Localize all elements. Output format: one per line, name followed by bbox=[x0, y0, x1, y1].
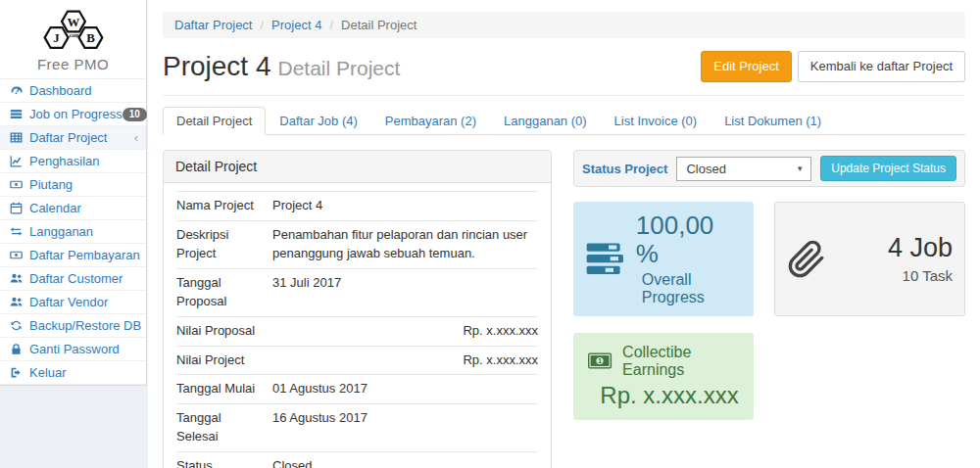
caret-down-icon: ▼ bbox=[796, 164, 804, 173]
detail-row-deskripsi-project: Deskripsi Project Penambahan fitur pelap… bbox=[176, 221, 538, 269]
sidebar-item-backup-restore-db[interactable]: Backup/Restore DB bbox=[0, 314, 146, 338]
tab-content: Detail Project Nama Project Project 4 De… bbox=[163, 150, 965, 468]
sidebar-item-penghasilan[interactable]: Penghasilan bbox=[0, 150, 146, 173]
stats-grid: 100,00 % Overall Progress 4 Job 10 Task bbox=[573, 202, 965, 419]
jobs-value: 4 Job bbox=[888, 234, 953, 263]
detail-column: Detail Project Nama Project Project 4 De… bbox=[163, 150, 552, 468]
detail-row-tanggal-proposal: Tanggal Proposal 31 Juli 2017 bbox=[176, 268, 538, 316]
tab-bar: Detail Project Daftar Job (4) Pembayaran… bbox=[163, 107, 965, 135]
tasks-icon bbox=[10, 108, 24, 120]
detail-row-nilai-project: Nilai Project Rp. x.xxx.xxx bbox=[176, 346, 538, 375]
detail-row-tanggal-selesai: Tanggal Selesai 16 Agustus 2017 bbox=[176, 404, 538, 452]
sidebar-item-daftar-vendor[interactable]: Daftar Vendor bbox=[0, 291, 146, 314]
breadcrumb-item-project-4: Project 4 bbox=[252, 18, 321, 32]
sidebar-item-calendar[interactable]: Calendar bbox=[0, 197, 146, 220]
detail-row-status: Status Closed bbox=[176, 451, 538, 468]
panel-body: Nama Project Project 4 Deskripsi Project… bbox=[164, 183, 551, 468]
update-status-button[interactable]: Update Project Status bbox=[820, 156, 956, 181]
line-chart-icon bbox=[10, 155, 24, 167]
tab-list-dokumen-1[interactable]: List Dokumen (1) bbox=[710, 107, 835, 135]
status-select[interactable]: Closed ▼ bbox=[676, 157, 811, 181]
users-icon bbox=[10, 272, 24, 285]
svg-text:.com: .com bbox=[68, 32, 79, 38]
sidebar-item-langganan[interactable]: Langganan bbox=[0, 220, 146, 244]
app-name: Free PMO bbox=[0, 56, 146, 72]
sidebar-item-daftar-customer[interactable]: Daftar Customer bbox=[0, 267, 146, 291]
lock-icon bbox=[10, 343, 24, 355]
chevron-left-icon: ‹ bbox=[134, 131, 138, 144]
sidebar-item-daftar-project[interactable]: Daftar Project ‹ bbox=[0, 126, 146, 150]
dashboard-icon bbox=[10, 84, 24, 97]
sidebar-item-ganti-password[interactable]: Ganti Password bbox=[0, 338, 146, 361]
status-project-bar: Status Project Closed ▼ Update Project S… bbox=[573, 150, 965, 187]
sidebar-item-keluar[interactable]: Keluar bbox=[0, 361, 146, 385]
svg-text:1: 1 bbox=[598, 356, 602, 365]
paperclip-icon bbox=[787, 240, 826, 279]
table-icon bbox=[10, 131, 24, 144]
sidebar-menu: Dashboard Job on Progress 10 Daftar Proj… bbox=[0, 78, 146, 385]
logo-block: J B W .com Free PMO bbox=[0, 0, 146, 78]
tab-daftar-job-4[interactable]: Daftar Job (4) bbox=[266, 107, 370, 135]
refresh-icon bbox=[10, 319, 24, 332]
status-column: Status Project Closed ▼ Update Project S… bbox=[573, 150, 965, 468]
tasks-icon bbox=[585, 239, 624, 280]
jobs-card: 4 Job 10 Task bbox=[774, 202, 965, 315]
tab-pembayaran-2[interactable]: Pembayaran (2) bbox=[371, 107, 490, 135]
tab-langganan-0[interactable]: Langganan (0) bbox=[490, 107, 601, 135]
users-icon bbox=[10, 296, 24, 308]
page-subtitle: Detail Project bbox=[278, 57, 401, 79]
sidebar-item-job-on-progress[interactable]: Job on Progress 10 bbox=[0, 103, 146, 126]
sidebar: J B W .com Free PMO Dashboard Job on Pro… bbox=[0, 0, 147, 386]
svg-text:B: B bbox=[86, 31, 95, 45]
money-icon bbox=[10, 178, 24, 191]
tasks-count: 10 Task bbox=[888, 267, 953, 284]
breadcrumb-item-daftar-project: Daftar Project bbox=[174, 18, 252, 32]
back-to-list-button[interactable]: Kembali ke daftar Project bbox=[798, 51, 965, 82]
calendar-icon bbox=[10, 202, 24, 214]
earnings-card: 1 Collectibe Earnings Rp. x.xxx.xxx bbox=[573, 333, 754, 420]
progress-label: Overall Progress bbox=[636, 271, 742, 306]
detail-project-panel: Detail Project Nama Project Project 4 De… bbox=[163, 150, 552, 468]
breadcrumb-item-detail-project: Detail Project bbox=[321, 18, 416, 32]
money-icon: 1 bbox=[587, 351, 612, 371]
earnings-title: Collectibe Earnings bbox=[622, 344, 740, 379]
page-title-group: Project 4Detail Project bbox=[163, 51, 400, 82]
tab-list-invoice-0[interactable]: List Invoice (0) bbox=[601, 107, 711, 135]
main-area: Daftar Project Project 4 Detail Project … bbox=[148, 0, 980, 468]
page-title: Project 4 bbox=[163, 51, 271, 81]
count-badge: 10 bbox=[122, 108, 147, 121]
page-header: Project 4Detail Project Edit Project Kem… bbox=[163, 51, 965, 96]
header-buttons: Edit Project Kembali ke daftar Project bbox=[701, 51, 965, 82]
detail-table: Nama Project Project 4 Deskripsi Project… bbox=[176, 191, 538, 468]
earnings-value: Rp. x.xxx.xxx bbox=[587, 382, 740, 409]
exchange-icon bbox=[10, 225, 24, 238]
progress-value: 100,00 % bbox=[636, 211, 742, 267]
sign-out-icon bbox=[10, 366, 24, 379]
content-area: Daftar Project Project 4 Detail Project … bbox=[148, 0, 980, 468]
detail-row-tanggal-mulai: Tanggal Mulai 01 Agustus 2017 bbox=[176, 375, 538, 404]
sidebar-item-dashboard[interactable]: Dashboard bbox=[0, 79, 146, 103]
progress-card: 100,00 % Overall Progress bbox=[573, 202, 754, 315]
status-select-value: Closed bbox=[686, 162, 725, 176]
edit-project-button[interactable]: Edit Project bbox=[701, 51, 791, 82]
sidebar-item-daftar-pembayaran[interactable]: Daftar Pembayaran bbox=[0, 244, 146, 267]
status-project-label: Status Project bbox=[582, 162, 667, 176]
panel-title: Detail Project bbox=[164, 151, 551, 183]
svg-text:J: J bbox=[53, 31, 60, 45]
breadcrumb: Daftar Project Project 4 Detail Project bbox=[163, 12, 965, 38]
money-icon bbox=[10, 249, 24, 261]
sidebar-item-piutang[interactable]: Piutang bbox=[0, 173, 146, 197]
detail-row-nama-project: Nama Project Project 4 bbox=[176, 192, 538, 221]
jwb-logo-icon: J B W .com bbox=[41, 8, 106, 55]
tab-detail-project[interactable]: Detail Project bbox=[163, 107, 266, 135]
svg-text:W: W bbox=[67, 16, 79, 29]
detail-row-nilai-proposal: Nilai Proposal Rp. x.xxx.xxx bbox=[176, 316, 538, 346]
